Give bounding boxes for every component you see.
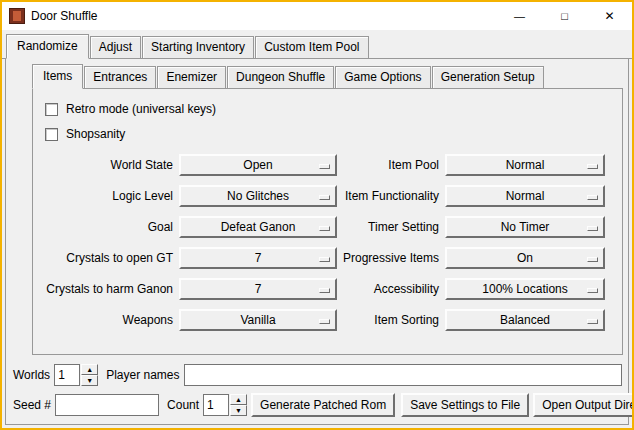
count-input[interactable] bbox=[203, 394, 229, 416]
seed-input[interactable] bbox=[55, 394, 159, 416]
worlds-input[interactable] bbox=[54, 364, 80, 386]
item-functionality-dropdown[interactable]: Normal bbox=[445, 185, 605, 207]
minimize-button[interactable]: — bbox=[497, 2, 542, 30]
count-spin-arrows: ▲ ▼ bbox=[230, 394, 247, 416]
tab-generation-setup[interactable]: Generation Setup bbox=[432, 66, 544, 88]
player-names-label: Player names bbox=[106, 368, 179, 382]
worlds-spinbox: ▲ ▼ bbox=[54, 364, 98, 386]
count-spin-down-button[interactable]: ▼ bbox=[230, 405, 247, 416]
shopsanity-label: Shopsanity bbox=[66, 127, 125, 141]
seed-row: Seed # Count ▲ ▼ Generate Patched Rom Sa… bbox=[13, 393, 622, 417]
shopsanity-row: Shopsanity bbox=[45, 123, 622, 145]
tab-randomize[interactable]: Randomize bbox=[6, 34, 89, 59]
save-settings-button[interactable]: Save Settings to File bbox=[401, 393, 529, 417]
spin-down-icon: ▼ bbox=[86, 377, 93, 384]
crystals-open-gt-label: Crystals to open GT bbox=[45, 251, 173, 265]
weapons-value: Vanilla bbox=[240, 313, 275, 327]
item-pool-label: Item Pool bbox=[343, 158, 439, 172]
timer-setting-label: Timer Setting bbox=[343, 220, 439, 234]
dropdown-indicator-icon bbox=[587, 319, 598, 324]
retro-mode-checkbox[interactable] bbox=[45, 103, 58, 116]
worlds-label: Worlds bbox=[13, 368, 50, 382]
spin-down-icon: ▼ bbox=[235, 407, 242, 414]
tab-entrances[interactable]: Entrances bbox=[84, 66, 156, 88]
tab-game-options[interactable]: Game Options bbox=[335, 66, 430, 88]
tab-adjust[interactable]: Adjust bbox=[90, 36, 141, 58]
progressive-items-dropdown[interactable]: On bbox=[445, 247, 605, 269]
accessibility-dropdown[interactable]: 100% Locations bbox=[445, 278, 605, 300]
worlds-spin-arrows: ▲ ▼ bbox=[81, 364, 98, 386]
open-output-directory-button[interactable]: Open Output Directory bbox=[533, 393, 634, 417]
spin-up-icon: ▲ bbox=[86, 366, 93, 373]
item-pool-dropdown[interactable]: Normal bbox=[445, 154, 605, 176]
titlebar[interactable]: Door Shuffle — □ ✕ bbox=[2, 2, 632, 30]
crystals-harm-ganon-label: Crystals to harm Ganon bbox=[45, 282, 173, 296]
logic-level-value: No Glitches bbox=[227, 189, 289, 203]
minimize-icon: — bbox=[514, 11, 525, 22]
generate-patched-rom-button[interactable]: Generate Patched Rom bbox=[251, 393, 395, 417]
logic-level-label: Logic Level bbox=[45, 189, 173, 203]
progressive-items-label: Progressive Items bbox=[343, 251, 439, 265]
dropdown-indicator-icon bbox=[587, 226, 598, 231]
crystals-harm-ganon-dropdown[interactable]: 7 bbox=[179, 278, 337, 300]
crystals-harm-ganon-value: 7 bbox=[255, 282, 262, 296]
dropdown-indicator-icon bbox=[319, 226, 330, 231]
tab-enemizer[interactable]: Enemizer bbox=[157, 66, 226, 88]
dropdown-indicator-icon bbox=[587, 195, 598, 200]
goal-label: Goal bbox=[45, 220, 173, 234]
logic-level-dropdown[interactable]: No Glitches bbox=[179, 185, 337, 207]
player-names-input[interactable] bbox=[184, 364, 623, 386]
seed-label: Seed # bbox=[13, 398, 51, 412]
accessibility-value: 100% Locations bbox=[482, 282, 567, 296]
items-pane: Retro mode (universal keys) Shopsanity W… bbox=[32, 89, 623, 355]
crystals-open-gt-value: 7 bbox=[255, 251, 262, 265]
close-icon: ✕ bbox=[604, 10, 614, 22]
item-sorting-dropdown[interactable]: Balanced bbox=[445, 309, 605, 331]
window-controls: — □ ✕ bbox=[497, 2, 632, 30]
item-functionality-label: Item Functionality bbox=[343, 189, 439, 203]
bottom-section: Worlds ▲ ▼ Player names Seed # Count bbox=[6, 355, 628, 424]
dropdown-indicator-icon bbox=[587, 164, 598, 169]
timer-setting-value: No Timer bbox=[501, 220, 550, 234]
spin-up-icon: ▲ bbox=[235, 396, 242, 403]
world-state-dropdown[interactable]: Open bbox=[179, 154, 337, 176]
weapons-label: Weapons bbox=[45, 313, 173, 327]
count-label: Count bbox=[167, 398, 199, 412]
dropdown-indicator-icon bbox=[587, 288, 598, 293]
inner-tabstrip: Items Entrances Enemizer Dungeon Shuffle… bbox=[32, 64, 623, 89]
goal-dropdown[interactable]: Defeat Ganon bbox=[179, 216, 337, 238]
world-state-label: World State bbox=[45, 158, 173, 172]
worlds-spin-down-button[interactable]: ▼ bbox=[81, 375, 98, 386]
progressive-items-value: On bbox=[517, 251, 533, 265]
dropdown-indicator-icon bbox=[587, 257, 598, 262]
window-title: Door Shuffle bbox=[31, 9, 98, 23]
dropdown-indicator-icon bbox=[319, 195, 330, 200]
tab-starting-inventory[interactable]: Starting Inventory bbox=[142, 36, 254, 58]
worlds-row: Worlds ▲ ▼ Player names bbox=[13, 364, 622, 386]
dropdown-indicator-icon bbox=[319, 288, 330, 293]
close-button[interactable]: ✕ bbox=[587, 2, 632, 30]
app-icon-detail bbox=[13, 11, 21, 21]
weapons-dropdown[interactable]: Vanilla bbox=[179, 309, 337, 331]
worlds-spin-up-button[interactable]: ▲ bbox=[81, 364, 98, 375]
shopsanity-checkbox[interactable] bbox=[45, 128, 58, 141]
tab-dungeon-shuffle[interactable]: Dungeon Shuffle bbox=[227, 66, 334, 88]
outer-tabstrip: Randomize Adjust Starting Inventory Cust… bbox=[2, 30, 632, 59]
dropdown-indicator-icon bbox=[319, 164, 330, 169]
item-functionality-value: Normal bbox=[506, 189, 545, 203]
window: Door Shuffle — □ ✕ Randomize Adjust Star… bbox=[0, 0, 634, 430]
dropdown-indicator-icon bbox=[319, 319, 330, 324]
retro-mode-row: Retro mode (universal keys) bbox=[45, 98, 622, 120]
item-pool-value: Normal bbox=[506, 158, 545, 172]
crystals-open-gt-dropdown[interactable]: 7 bbox=[179, 247, 337, 269]
count-spinbox: ▲ ▼ bbox=[203, 394, 247, 416]
count-spin-up-button[interactable]: ▲ bbox=[230, 394, 247, 405]
tab-custom-item-pool[interactable]: Custom Item Pool bbox=[255, 36, 368, 58]
maximize-button[interactable]: □ bbox=[542, 2, 587, 30]
inner-notebook: Items Entrances Enemizer Dungeon Shuffle… bbox=[32, 64, 623, 355]
timer-setting-dropdown[interactable]: No Timer bbox=[445, 216, 605, 238]
app-icon bbox=[9, 8, 25, 24]
retro-mode-label: Retro mode (universal keys) bbox=[66, 102, 216, 116]
dropdown-indicator-icon bbox=[319, 257, 330, 262]
tab-items[interactable]: Items bbox=[32, 64, 83, 89]
